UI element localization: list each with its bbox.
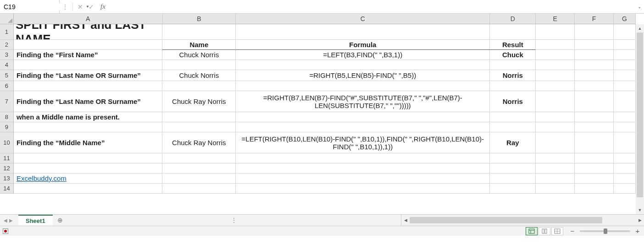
cell-G6[interactable] [614,81,636,91]
cell-F9[interactable] [575,122,614,132]
cell-B2[interactable]: Name [162,40,236,50]
cell-A9[interactable] [14,122,163,132]
cell-D8[interactable] [490,112,536,122]
cell-F13[interactable] [575,174,614,184]
cell-B8[interactable] [162,112,236,122]
cell-C6[interactable] [236,81,490,91]
cell-C10[interactable]: =LEFT(RIGHT(B10,LEN(B10)-FIND(" ",B10,1)… [236,132,490,153]
cell-D5[interactable]: Norris [490,70,536,81]
cell-B13[interactable] [162,174,236,184]
vertical-scrollbar[interactable]: ▲ ▼ [636,24,644,214]
col-header-A[interactable]: A [14,14,163,24]
row-header[interactable]: 6 [0,81,14,91]
cell-E2[interactable] [536,40,575,50]
cell-B4[interactable] [162,60,236,70]
cell-G3[interactable] [614,50,636,60]
col-header-D[interactable]: D [490,14,536,24]
cell-C13[interactable] [236,174,490,184]
cell-B11[interactable] [162,153,236,163]
row-header[interactable]: 5 [0,70,14,81]
cell-B5[interactable]: Chuck Norris [162,70,236,81]
cell-F7[interactable] [575,91,614,112]
cell-G5[interactable] [614,70,636,81]
sheet-tab-active[interactable]: Sheet1 [18,215,53,226]
cell-E5[interactable] [536,70,575,81]
cell-F12[interactable] [575,163,614,174]
cell-A12[interactable] [14,163,163,174]
row-header[interactable]: 11 [0,153,14,163]
cell-E12[interactable] [536,163,575,174]
cell-A14[interactable] [14,184,163,194]
formula-input[interactable] [109,0,635,13]
cell-E6[interactable] [536,81,575,91]
cell-G1[interactable] [614,24,636,40]
cell-C11[interactable] [236,153,490,163]
cell-C12[interactable] [236,163,490,174]
tab-drag-handle-icon[interactable]: ⋮ [67,215,401,226]
cell-E10[interactable] [536,132,575,153]
horizontal-scrollbar[interactable]: ◀ ▶ [401,215,644,226]
cell-E3[interactable] [536,50,575,60]
cell-A8[interactable]: when a Middle name is present. [14,112,163,122]
col-header-G[interactable]: G [614,14,636,24]
cell-F8[interactable] [575,112,614,122]
cell-B7[interactable]: Chuck Ray Norris [162,91,236,112]
cell-C8[interactable] [236,112,490,122]
cell-E11[interactable] [536,153,575,163]
row-header[interactable]: 7 [0,91,14,112]
row-header[interactable]: 4 [0,60,14,70]
view-normal-button[interactable] [526,227,538,235]
cell-A11[interactable] [14,153,163,163]
view-page-layout-button[interactable] [539,227,550,235]
cell-E9[interactable] [536,122,575,132]
cell-F11[interactable] [575,153,614,163]
cell-G11[interactable] [614,153,636,163]
row-header[interactable]: 8 [0,112,14,122]
cell-A2[interactable] [14,40,163,50]
enter-icon[interactable]: ✓ [86,3,97,11]
cell-G8[interactable] [614,112,636,122]
cell-B12[interactable] [162,163,236,174]
cell-F4[interactable] [575,60,614,70]
cell-G4[interactable] [614,60,636,70]
cell-D1[interactable] [490,24,536,40]
row-header[interactable]: 2 [0,40,14,50]
cell-C2[interactable]: Formula [236,40,490,50]
col-header-F[interactable]: F [575,14,614,24]
cell-C3[interactable]: =LEFT(B3,FIND(" ",B3,1)) [236,50,490,60]
cell-B1[interactable] [162,24,236,40]
cell-B14[interactable] [162,184,236,194]
scroll-left-icon[interactable]: ◀ [401,218,410,222]
row-header[interactable]: 10 [0,132,14,153]
row-header[interactable]: 14 [0,184,14,194]
cell-E7[interactable] [536,91,575,112]
cell-E13[interactable] [536,174,575,184]
cell-E1[interactable] [536,24,575,40]
cell-C5[interactable]: =RIGHT(B5,LEN(B5)-FIND(" ",B5)) [236,70,490,81]
col-header-B[interactable]: B [163,14,236,24]
cell-C9[interactable] [236,122,490,132]
cell-F5[interactable] [575,70,614,81]
cell-D3[interactable]: Chuck [490,50,536,60]
cell-B10[interactable]: Chuck Ray Norris [162,132,236,153]
horizontal-scroll-track[interactable] [410,217,636,223]
cell-G7[interactable] [614,91,636,112]
cell-D12[interactable] [490,163,536,174]
cancel-icon[interactable]: ✕ [75,3,86,11]
cell-F10[interactable] [575,132,614,153]
cell-G10[interactable] [614,132,636,153]
horizontal-scroll-thumb[interactable] [410,217,602,223]
tab-nav-prev-icon[interactable]: ◀ [4,218,7,223]
cell-E8[interactable] [536,112,575,122]
cell-D4[interactable] [490,60,536,70]
scroll-right-icon[interactable]: ▶ [636,218,644,222]
row-header[interactable]: 9 [0,122,14,132]
row-header[interactable]: 3 [0,50,14,60]
col-header-C[interactable]: C [236,14,490,24]
cell-G2[interactable] [614,40,636,50]
view-page-break-button[interactable] [551,227,563,235]
add-sheet-button[interactable]: ⊕ [53,215,67,226]
cell-F3[interactable] [575,50,614,60]
cell-D7[interactable]: Norris [490,91,536,112]
scroll-up-icon[interactable]: ▲ [636,24,644,33]
